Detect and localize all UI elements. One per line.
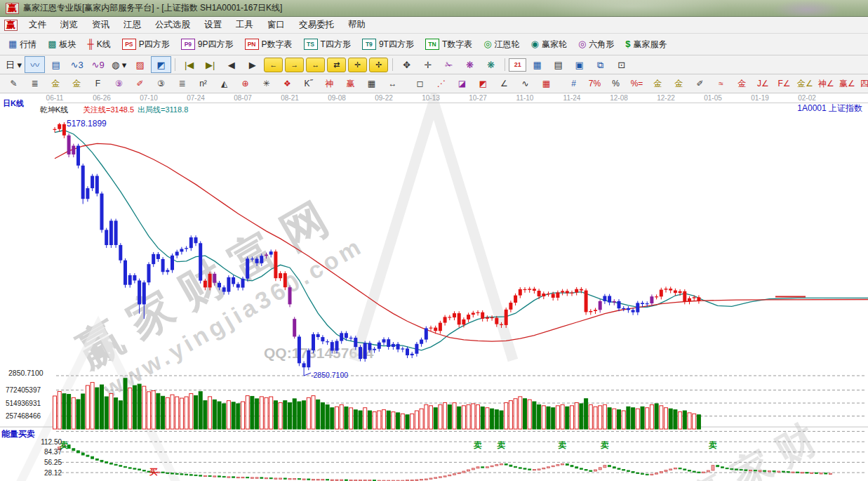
toolbar-separator: [175, 58, 175, 71]
crosshair-icon[interactable]: ✛: [418, 56, 438, 73]
save-icon[interactable]: ▣: [569, 56, 589, 73]
tool-t-number-table[interactable]: TNT数字表: [420, 37, 477, 53]
tool-p-square[interactable]: PSP四方形: [117, 37, 175, 53]
ying-grid-icon[interactable]: 赢: [340, 75, 361, 92]
fan-box-2-icon[interactable]: ◩: [473, 75, 493, 92]
info-doc-icon[interactable]: ▤: [46, 56, 66, 73]
pencil-mark-icon[interactable]: ✐: [690, 75, 710, 92]
spider-web-icon[interactable]: ❖: [277, 75, 298, 92]
scale-measure-icon[interactable]: #: [563, 75, 584, 92]
angle-line-icon[interactable]: ∠: [494, 75, 514, 92]
menu-item-tools[interactable]: 工具: [229, 17, 260, 33]
tool-gann-wheel[interactable]: ◎江恩轮: [479, 37, 524, 53]
sectors-icon: ▩: [48, 39, 56, 49]
ying-angle-icon[interactable]: 赢∠: [837, 75, 857, 92]
marker-dropdown-icon[interactable]: ◍ ▾: [109, 56, 129, 73]
period-dropdown-icon[interactable]: 日 ▾: [4, 56, 24, 73]
percent-icon[interactable]: %: [606, 75, 626, 92]
spiral-9-icon[interactable]: ⑨: [109, 75, 129, 92]
f-grid-icon[interactable]: F: [88, 75, 108, 92]
menu-item-help[interactable]: 帮助: [341, 17, 373, 33]
tool-hexagon[interactable]: ◎六角形: [573, 37, 619, 53]
shift-right-icon[interactable]: →: [285, 58, 304, 72]
step-back-icon[interactable]: ◀: [221, 56, 241, 73]
bars-3-icon[interactable]: ∿3: [67, 56, 87, 73]
tool-9p-square[interactable]: P99P四方形: [176, 37, 239, 53]
notes-icon[interactable]: ▤: [548, 56, 568, 73]
bars-9-icon[interactable]: ∿9: [88, 56, 108, 73]
box-select-icon[interactable]: ◻: [410, 75, 430, 92]
wave-channel-icon[interactable]: ≈: [711, 75, 731, 92]
zoom-out-icon[interactable]: ✢: [369, 58, 388, 72]
h-measure-icon[interactable]: ↔: [382, 75, 403, 92]
spoke-wheel-icon[interactable]: ✳: [256, 75, 276, 92]
k-mark-icon[interactable]: K˝: [298, 75, 319, 92]
fan-lines-icon[interactable]: ⋰: [431, 75, 451, 92]
pencil-red-icon[interactable]: ✐: [130, 75, 150, 92]
shen-angle-icon[interactable]: 神∠: [816, 75, 836, 92]
tool-winner-wheel[interactable]: ◉赢家轮: [526, 37, 572, 53]
kline-chart-canvas[interactable]: 卖买卖卖卖卖卖06-1106-2607-1007-2408-0708-2109-…: [0, 93, 868, 481]
tool-t-square[interactable]: TST四方形: [299, 37, 356, 53]
percent-7-icon[interactable]: 7%: [585, 75, 605, 92]
gold-channel-icon[interactable]: 金: [732, 75, 752, 92]
fan-box-icon[interactable]: ◪: [452, 75, 472, 92]
step-forward-icon[interactable]: ▶: [242, 56, 262, 73]
percent-line-icon[interactable]: %=: [627, 75, 647, 92]
calendar-icon[interactable]: 21: [509, 58, 526, 72]
menu-item-settings[interactable]: 设置: [197, 17, 229, 33]
menu-item-window[interactable]: 窗口: [260, 17, 292, 33]
go-last-icon[interactable]: ▶|: [200, 56, 220, 73]
ruler-grid-icon[interactable]: ▦: [361, 75, 382, 92]
pan-hand-icon[interactable]: ✥: [396, 56, 417, 73]
shift-left-icon[interactable]: ←: [264, 58, 283, 72]
gold-grid-2-icon[interactable]: 金: [67, 75, 87, 92]
tool-winner-service[interactable]: $赢家服务: [620, 37, 672, 53]
pencil-icon[interactable]: ✎: [4, 75, 24, 92]
grid-red-icon[interactable]: ▦: [536, 75, 556, 92]
gold-circle-icon[interactable]: 金: [648, 75, 668, 92]
tool-sectors[interactable]: ▩板块: [43, 37, 81, 53]
9t-square-label: 9T四方形: [379, 39, 414, 51]
wave-line-icon[interactable]: ∿: [515, 75, 535, 92]
pattern-window-icon[interactable]: 〰: [25, 56, 45, 73]
snapshot-icon[interactable]: ⊡: [611, 56, 632, 73]
chart-area[interactable]: 赢家财富网 www.yingjia360.com QQ:1731457644 赢…: [0, 93, 868, 481]
tool-kline[interactable]: ╫K线: [83, 37, 116, 53]
gold-line-icon[interactable]: 金: [669, 75, 689, 92]
pattern-box-icon[interactable]: ▨: [130, 56, 150, 73]
angle-measure-icon[interactable]: ✁: [439, 56, 459, 73]
f-angle-icon[interactable]: F∠: [774, 75, 794, 92]
gold-angle-icon[interactable]: 金∠: [795, 75, 815, 92]
go-first-icon[interactable]: |◀: [179, 56, 199, 73]
menu-item-news[interactable]: 资讯: [85, 17, 116, 33]
si-angle-icon[interactable]: 四∠: [858, 75, 868, 92]
hash-lines-icon[interactable]: ≣: [25, 75, 45, 92]
j-angle-icon[interactable]: J∠: [753, 75, 773, 92]
export-icon[interactable]: ⧉: [590, 56, 610, 73]
target-circle-icon[interactable]: ⊕: [235, 75, 255, 92]
menu-item-file[interactable]: 文件: [22, 17, 53, 33]
n-square-icon[interactable]: n²: [193, 75, 213, 92]
sell-signal-label: 卖: [497, 440, 506, 450]
tool-9t-square[interactable]: T99T四方形: [357, 37, 419, 53]
zoom-in-icon[interactable]: ✛: [348, 58, 367, 72]
menu-item-trade-entrust[interactable]: 交易委托: [292, 17, 341, 33]
gann-net-purple-icon[interactable]: ❋: [460, 56, 480, 73]
hash-2-icon[interactable]: ≣: [172, 75, 192, 92]
mirror-angle-icon[interactable]: ◭: [214, 75, 234, 92]
menu-item-browse[interactable]: 浏览: [53, 17, 85, 33]
tool-quotes[interactable]: ▦行情: [4, 37, 41, 53]
calculator-icon[interactable]: ▦: [527, 56, 547, 73]
expand-horizontal-icon[interactable]: ↔: [306, 58, 325, 72]
gann-net-teal-icon[interactable]: ❋: [481, 56, 501, 73]
color-chart-icon[interactable]: ◩: [151, 56, 171, 73]
gold-grid-1-icon[interactable]: 金: [46, 75, 66, 92]
circle-3-icon[interactable]: ③: [151, 75, 171, 92]
compress-horizontal-icon[interactable]: ⇄: [327, 58, 346, 72]
menu-item-gann[interactable]: 江恩: [116, 17, 148, 33]
date-tick: 02-02: [798, 94, 816, 102]
shen-grid-icon[interactable]: 神: [319, 75, 340, 92]
tool-p-number-table[interactable]: PNP数字表: [240, 37, 298, 53]
menu-item-formula-picker[interactable]: 公式选股: [148, 17, 197, 33]
